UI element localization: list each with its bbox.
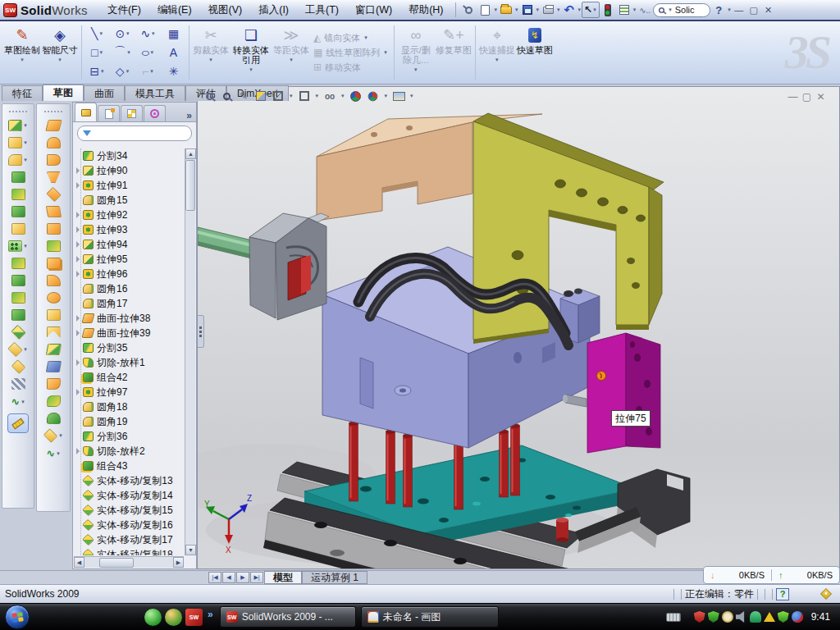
quicklaunch-overflow-chevron[interactable]: » bbox=[208, 609, 213, 620]
spline-tool-icon[interactable]: ∿ bbox=[11, 395, 20, 408]
tree-item[interactable]: 分割34 bbox=[75, 148, 186, 163]
polygon-tool[interactable]: ◇▾ bbox=[110, 62, 135, 81]
menu-insert[interactable]: 插入(I) bbox=[250, 1, 297, 20]
tree-item[interactable]: 实体-移动/复制13 bbox=[75, 473, 186, 488]
surfaces-toolbar-icon[interactable] bbox=[43, 428, 58, 443]
status-help-button[interactable]: ? bbox=[776, 588, 789, 600]
tree-horizontal-scrollbar[interactable]: ◀ ▶ bbox=[74, 556, 184, 568]
spline-tool[interactable]: ∿▾ bbox=[135, 25, 161, 43]
graphics-viewport[interactable]: Y Z X ✎ ▾ ▾ oo▾ ▾ ▾ — ▢ ✕ 拉伸75 bbox=[197, 86, 840, 569]
spline-tool-icon[interactable]: ∿ bbox=[46, 447, 55, 459]
surfaces-toolbar-icon[interactable] bbox=[47, 413, 61, 424]
linear-sketch-pattern-button[interactable]: ▦线性草图阵列▾ bbox=[313, 47, 388, 59]
tree-item[interactable]: 分割35 bbox=[75, 340, 186, 355]
part-slide-insert[interactable] bbox=[249, 213, 329, 320]
doc-tab-nav-first[interactable]: |◀ bbox=[208, 572, 221, 583]
doc-tab-nav-last[interactable]: ▶| bbox=[250, 572, 263, 583]
features-toolbar-icon[interactable] bbox=[8, 120, 22, 131]
display-style-dropdown[interactable]: ▾ bbox=[290, 93, 293, 99]
close-button[interactable]: ✕ bbox=[761, 3, 776, 16]
tray-shield-plus-icon[interactable] bbox=[778, 611, 789, 623]
quick-snaps-button[interactable]: ⌖ 快速捕捉▾ bbox=[478, 23, 516, 82]
sketch-text-tool[interactable]: A bbox=[161, 43, 186, 62]
offset-entities-button[interactable]: ≫ 等距实体▾ bbox=[272, 23, 310, 82]
tray-keyboard-icon[interactable] bbox=[666, 613, 681, 622]
circle-tool[interactable]: ⊙▾ bbox=[110, 25, 135, 43]
undo-button[interactable]: ↶ bbox=[561, 2, 578, 18]
taskbar-clock[interactable]: 9:41 bbox=[811, 611, 830, 623]
scroll-up-arrow[interactable]: ▲ bbox=[185, 148, 196, 159]
surfaces-toolbar-icon[interactable] bbox=[47, 395, 61, 407]
panel-overflow-chevron[interactable]: » bbox=[186, 110, 194, 121]
undo-dropdown-arrow[interactable]: ▾ bbox=[578, 7, 582, 13]
taskbar-button-solidworks[interactable]: SW SolidWorks 2009 - ... bbox=[220, 606, 356, 628]
surfaces-toolbar-icon[interactable] bbox=[47, 154, 61, 166]
tree-item[interactable]: 拉伸94 bbox=[75, 237, 186, 252]
tree-filter-input[interactable] bbox=[77, 126, 192, 141]
rectangle-tool[interactable]: □▾ bbox=[84, 43, 110, 62]
open-dropdown-arrow[interactable]: ▾ bbox=[515, 7, 518, 13]
expand-arrow-icon[interactable] bbox=[76, 167, 80, 174]
surfaces-toolbar-icon[interactable] bbox=[47, 240, 61, 252]
network-speed-widget[interactable]: ↓ 0KB/S ↑ 0KB/S bbox=[703, 566, 840, 584]
scroll-left-arrow[interactable]: ◀ bbox=[74, 557, 84, 568]
tree-item[interactable]: 实体-移动/复制17 bbox=[75, 532, 186, 547]
scrollbar-thumb[interactable] bbox=[99, 558, 134, 568]
features-toolbar-icon[interactable] bbox=[11, 223, 25, 235]
tree-item[interactable]: 切除-放样1 bbox=[75, 355, 186, 370]
surfaces-toolbar-icon[interactable] bbox=[47, 292, 61, 304]
menu-file[interactable]: 文件(F) bbox=[99, 1, 149, 20]
print-button[interactable] bbox=[540, 2, 556, 18]
tree-item[interactable]: 切除-放样2 bbox=[75, 444, 186, 459]
features-toolbar-icon[interactable] bbox=[7, 342, 23, 358]
tree-item[interactable]: 曲面-拉伸38 bbox=[75, 311, 186, 326]
tree-item[interactable]: 拉伸95 bbox=[75, 252, 186, 267]
move-entities-button[interactable]: ⊞移动实体 bbox=[313, 62, 388, 74]
dimxpert-manager-tab[interactable] bbox=[144, 105, 166, 121]
features-toolbar-icon[interactable] bbox=[11, 275, 25, 286]
convert-entities-button[interactable]: ❏ 转换实体引用▾ bbox=[230, 23, 272, 82]
quicklaunch-solidworks-icon[interactable]: SW bbox=[185, 609, 203, 626]
select-tool-button[interactable]: ↖▾ bbox=[582, 2, 600, 18]
motion-study-tab[interactable]: 运动算例 1 bbox=[302, 571, 368, 584]
smart-dimension-button[interactable]: ◈ 智能尺寸▾ bbox=[41, 23, 79, 82]
line-tool[interactable]: ╲▾ bbox=[84, 25, 110, 43]
scene-icon[interactable] bbox=[367, 89, 380, 103]
doc-minimize-button[interactable]: — bbox=[786, 91, 800, 103]
expand-arrow-icon[interactable] bbox=[76, 241, 80, 248]
instant3d-button[interactable] bbox=[7, 413, 29, 433]
scrollbar-thumb[interactable] bbox=[185, 160, 195, 211]
tray-access-blocked-icon[interactable] bbox=[792, 611, 803, 623]
tree-item[interactable]: 分割36 bbox=[75, 429, 186, 444]
tree-item[interactable]: 拉伸96 bbox=[75, 267, 186, 281]
surfaces-toolbar-icon[interactable] bbox=[45, 206, 61, 217]
scene-background-dropdown[interactable]: ▾ bbox=[410, 93, 413, 99]
surfaces-toolbar-icon[interactable] bbox=[45, 344, 61, 355]
appearances-icon[interactable] bbox=[349, 89, 363, 103]
surfaces-toolbar-icon[interactable] bbox=[47, 223, 61, 235]
locating-pin[interactable] bbox=[556, 518, 568, 542]
centerline-tool-icon[interactable] bbox=[11, 378, 25, 390]
menu-help[interactable]: 帮助(H) bbox=[400, 1, 451, 20]
print-dropdown-arrow[interactable]: ▾ bbox=[557, 7, 560, 13]
tree-item[interactable]: 拉伸91 bbox=[75, 178, 186, 193]
model-tab[interactable]: 模型 bbox=[264, 571, 302, 584]
tray-shield-lightning-icon[interactable] bbox=[708, 611, 719, 623]
tree-item[interactable]: 圆角15 bbox=[75, 193, 186, 208]
new-document-button[interactable] bbox=[477, 2, 493, 18]
expand-arrow-icon[interactable] bbox=[76, 271, 80, 277]
surfaces-toolbar-icon[interactable] bbox=[46, 187, 62, 203]
tree-item[interactable]: 实体-移动/复制14 bbox=[75, 488, 186, 503]
features-toolbar-icon[interactable] bbox=[11, 258, 25, 269]
ellipse-tool[interactable]: ○▾ bbox=[135, 43, 161, 62]
taskbar-button-paint[interactable]: 未命名 - 画图 bbox=[361, 606, 499, 628]
tree-item[interactable]: 实体-移动/复制16 bbox=[75, 518, 186, 532]
surfaces-toolbar-icon[interactable] bbox=[47, 171, 61, 183]
trim-entities-button[interactable]: ✂ 剪裁实体▾ bbox=[192, 23, 230, 82]
tab-mold-tools[interactable]: 模具工具 bbox=[125, 85, 185, 101]
surfaces-toolbar-icon[interactable] bbox=[47, 378, 61, 390]
surfaces-toolbar-icon[interactable] bbox=[47, 275, 61, 286]
display-delete-relations-button[interactable]: ∞ 显示/删除几...▾ bbox=[397, 23, 435, 82]
features-toolbar-icon[interactable] bbox=[8, 137, 22, 148]
pattern-tool-icon[interactable] bbox=[8, 240, 22, 252]
